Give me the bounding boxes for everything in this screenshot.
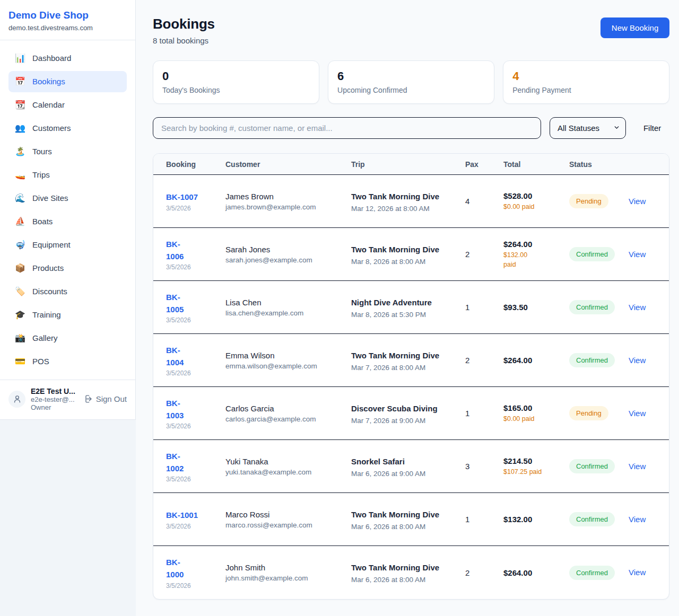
- booking-date: 3/5/2026: [166, 263, 215, 271]
- total-cell: $132.00: [503, 515, 569, 524]
- sidebar-item-equipment[interactable]: 🤿 Equipment: [8, 234, 127, 256]
- sidebar: Demo Dive Shop demo.test.divestreams.com…: [0, 0, 136, 420]
- status-cell: Confirmed: [569, 566, 629, 580]
- view-link[interactable]: View: [629, 409, 646, 418]
- trip-name: Snorkel Safari: [351, 455, 440, 468]
- sidebar-item-discounts[interactable]: 🏷️ Discounts: [8, 281, 127, 302]
- col-header-total: Total: [503, 160, 569, 169]
- status-cell: Confirmed: [569, 247, 629, 261]
- camera-icon: 📸: [15, 333, 25, 343]
- page-subtitle: 8 total bookings: [153, 36, 215, 45]
- booking-cell: BK-1000 3/5/2026: [166, 556, 225, 589]
- sidebar-nav: 📊 Dashboard 📅 Bookings 📆 Calendar 👥 Cust…: [0, 40, 135, 380]
- trip-name: Two Tank Morning Dive: [351, 561, 440, 574]
- total-amount: $264.00: [503, 568, 559, 577]
- sidebar-item-trips[interactable]: 🚤 Trips: [8, 164, 127, 186]
- status-filter-select[interactable]: All Statuses: [550, 117, 626, 139]
- shop-name: Demo Dive Shop: [8, 9, 127, 22]
- booking-id-link[interactable]: BK-1003: [166, 397, 189, 422]
- calendar-icon: 📅: [15, 76, 25, 86]
- customer-email: yuki.tanaka@example.com: [225, 468, 341, 476]
- customer-email: john.smith@example.com: [225, 574, 341, 582]
- customer-cell: Marco Rossi marco.rossi@example.com: [225, 510, 351, 529]
- status-cell: Confirmed: [569, 459, 629, 473]
- view-link[interactable]: View: [629, 568, 646, 577]
- booking-id-link[interactable]: BK-1005: [166, 291, 189, 316]
- sidebar-item-gallery[interactable]: 📸 Gallery: [8, 328, 127, 349]
- col-header-pax: Pax: [465, 160, 503, 169]
- customer-email: james.brown@example.com: [225, 203, 341, 211]
- total-cell: $264.00: [503, 568, 569, 577]
- island-icon: 🏝️: [15, 146, 25, 156]
- sidebar-item-boats[interactable]: ⛵ Boats: [8, 211, 127, 232]
- view-link[interactable]: View: [629, 462, 646, 471]
- pax-cell: 2: [465, 568, 503, 577]
- stat-card: 6 Upcoming Confirmed: [328, 60, 494, 104]
- search-input[interactable]: [153, 117, 541, 139]
- trip-cell: Two Tank Morning Dive Mar 6, 2026 at 8:0…: [351, 561, 465, 584]
- booking-cell: BK-1006 3/5/2026: [166, 238, 225, 271]
- actions-cell: View: [629, 250, 656, 259]
- trip-cell: Discover Scuba Diving Mar 7, 2026 at 9:0…: [351, 402, 465, 425]
- package-icon: 📦: [15, 263, 25, 273]
- stat-value: 0: [162, 69, 310, 83]
- view-link[interactable]: View: [629, 356, 646, 365]
- customer-name: Yuki Tanaka: [225, 457, 341, 466]
- trip-cell: Snorkel Safari Mar 6, 2026 at 9:00 AM: [351, 455, 465, 478]
- sign-out-button[interactable]: Sign Out: [83, 394, 127, 403]
- brand: Demo Dive Shop demo.test.divestreams.com: [0, 0, 135, 40]
- trip-cell: Two Tank Morning Dive Mar 8, 2026 at 8:0…: [351, 243, 465, 266]
- booking-id-link[interactable]: BK-1006: [166, 238, 189, 263]
- status-badge: Pending: [569, 194, 608, 208]
- paid-amount: $132.00 paid: [503, 250, 536, 269]
- trip-name: Two Tank Morning Dive: [351, 508, 440, 521]
- customer-name: Lisa Chen: [225, 298, 341, 307]
- filter-controls: All Statuses Filter: [153, 117, 669, 139]
- sidebar-item-products[interactable]: 📦 Products: [8, 258, 127, 279]
- booking-date: 3/5/2026: [166, 316, 215, 324]
- booking-id-link[interactable]: BK-1000: [166, 556, 189, 581]
- credit-card-icon: 💳: [15, 356, 25, 366]
- total-amount: $132.00: [503, 515, 559, 524]
- actions-cell: View: [629, 409, 656, 418]
- customer-email: marco.rossi@example.com: [225, 521, 341, 529]
- customer-cell: Emma Wilson emma.wilson@example.com: [225, 351, 351, 370]
- sidebar-item-pos[interactable]: 💳 POS: [8, 351, 127, 372]
- sidebar-item-bookings[interactable]: 📅 Bookings: [8, 71, 127, 92]
- total-amount: $264.00: [503, 240, 559, 249]
- avatar: [8, 391, 25, 408]
- booking-cell: BK-1003 3/5/2026: [166, 397, 225, 430]
- table-header-row: Booking Customer Trip Pax Total Status: [153, 154, 669, 175]
- booking-id-link[interactable]: BK-1004: [166, 344, 189, 369]
- price-tag-icon: 🏷️: [15, 286, 25, 296]
- sidebar-item-customers[interactable]: 👥 Customers: [8, 118, 127, 139]
- status-badge: Pending: [569, 406, 608, 420]
- booking-cell: BK-1002 3/5/2026: [166, 450, 225, 483]
- sidebar-item-calendar[interactable]: 📆 Calendar: [8, 94, 127, 116]
- sidebar-item-tours[interactable]: 🏝️ Tours: [8, 141, 127, 162]
- sidebar-item-dashboard[interactable]: 📊 Dashboard: [8, 48, 127, 69]
- new-booking-button[interactable]: New Booking: [600, 17, 669, 38]
- customer-cell: Yuki Tanaka yuki.tanaka@example.com: [225, 457, 351, 476]
- booking-id-link[interactable]: BK-1001: [166, 509, 198, 521]
- trip-datetime: Mar 8, 2026 at 8:00 AM: [351, 258, 455, 266]
- paid-amount: $0.00 paid: [503, 414, 559, 424]
- trip-datetime: Mar 8, 2026 at 5:30 PM: [351, 311, 455, 319]
- pax-cell: 2: [465, 356, 503, 365]
- sidebar-item-training[interactable]: 🎓 Training: [8, 304, 127, 325]
- total-cell: $264.00 $132.00 paid: [503, 240, 569, 269]
- view-link[interactable]: View: [629, 250, 646, 259]
- sidebar-item-dive-sites[interactable]: 🌊 Dive Sites: [8, 188, 127, 209]
- booking-id-link[interactable]: BK-1002: [166, 450, 189, 475]
- view-link[interactable]: View: [629, 515, 646, 524]
- view-link[interactable]: View: [629, 303, 646, 312]
- trip-datetime: Mar 7, 2026 at 8:00 AM: [351, 364, 455, 372]
- view-link[interactable]: View: [629, 197, 646, 206]
- user-box: E2E Test U... e2e-tester@... Owner Sign …: [0, 380, 135, 419]
- stat-card: 4 Pending Payment: [503, 60, 669, 104]
- customer-name: Marco Rossi: [225, 510, 341, 519]
- customer-cell: Carlos Garcia carlos.garcia@example.com: [225, 404, 351, 423]
- customer-cell: James Brown james.brown@example.com: [225, 192, 351, 211]
- booking-id-link[interactable]: BK-1007: [166, 191, 198, 203]
- filter-button[interactable]: Filter: [643, 124, 661, 133]
